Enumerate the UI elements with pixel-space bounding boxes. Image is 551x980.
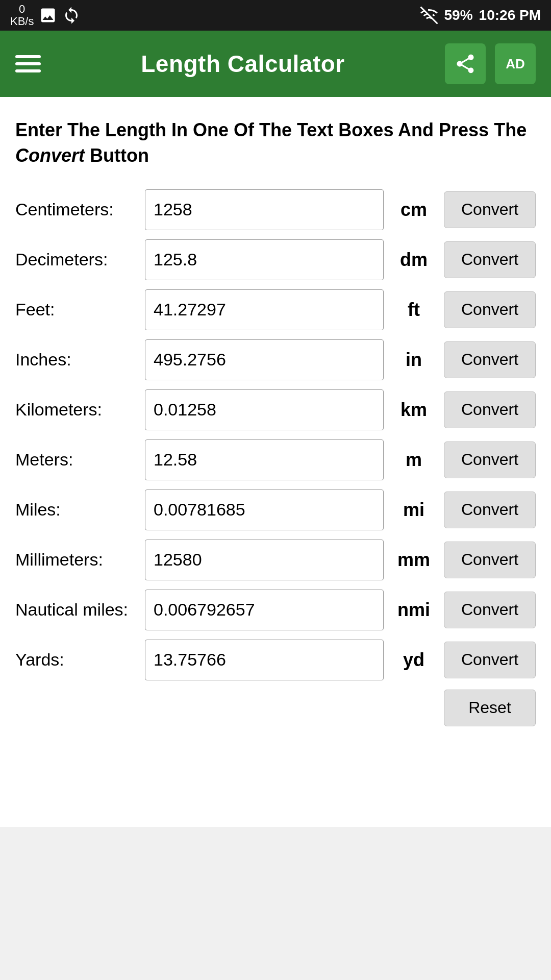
unit-input-dm[interactable] bbox=[145, 239, 384, 280]
status-kb: 0 KB/s bbox=[10, 3, 34, 28]
unit-input-m[interactable] bbox=[145, 439, 384, 480]
app-header: Length Calculator AD bbox=[0, 31, 551, 97]
unit-input-in[interactable] bbox=[145, 339, 384, 380]
unit-label-yd: Yards: bbox=[15, 650, 138, 670]
time-display: 10:26 PM bbox=[479, 7, 541, 23]
convert-button-cm[interactable]: Convert bbox=[444, 191, 536, 228]
bottom-space bbox=[0, 827, 551, 980]
convert-button-ft[interactable]: Convert bbox=[444, 291, 536, 328]
unit-symbol-nmi: nmi bbox=[391, 599, 437, 621]
battery-percent: 59% bbox=[444, 7, 473, 23]
convert-button-nmi[interactable]: Convert bbox=[444, 592, 536, 628]
conversion-row: Decimeters:dmConvert bbox=[15, 239, 536, 280]
header-action-buttons: AD bbox=[445, 43, 536, 84]
unit-input-yd[interactable] bbox=[145, 640, 384, 680]
unit-symbol-dm: dm bbox=[391, 249, 437, 271]
unit-input-cm[interactable] bbox=[145, 189, 384, 230]
unit-label-m: Meters: bbox=[15, 450, 138, 470]
menu-line-3 bbox=[15, 69, 41, 72]
menu-line-2 bbox=[15, 62, 41, 65]
unit-input-ft[interactable] bbox=[145, 289, 384, 330]
status-bar: 0 KB/s 59% 10:26 PM bbox=[0, 0, 551, 31]
share-button[interactable] bbox=[445, 43, 486, 84]
unit-label-in: Inches: bbox=[15, 350, 138, 370]
unit-input-mm[interactable] bbox=[145, 540, 384, 580]
kb-value: 0 bbox=[19, 3, 25, 15]
unit-label-km: Kilometers: bbox=[15, 400, 138, 420]
convert-button-dm[interactable]: Convert bbox=[444, 241, 536, 278]
convert-button-km[interactable]: Convert bbox=[444, 391, 536, 428]
conversion-row: Miles:miConvert bbox=[15, 489, 536, 530]
unit-input-km[interactable] bbox=[145, 389, 384, 430]
menu-button[interactable] bbox=[15, 55, 41, 72]
unit-label-mm: Millimeters: bbox=[15, 550, 138, 570]
convert-button-mi[interactable]: Convert bbox=[444, 492, 536, 528]
unit-label-ft: Feet: bbox=[15, 300, 138, 320]
unit-symbol-m: m bbox=[391, 449, 437, 471]
conversion-row: Yards:ydConvert bbox=[15, 640, 536, 680]
unit-symbol-ft: ft bbox=[391, 299, 437, 321]
conversion-row: Nautical miles:nmiConvert bbox=[15, 590, 536, 630]
unit-label-dm: Decimeters: bbox=[15, 250, 138, 270]
status-right: 59% 10:26 PM bbox=[420, 6, 541, 24]
unit-label-mi: Miles: bbox=[15, 500, 138, 520]
unit-symbol-cm: cm bbox=[391, 199, 437, 220]
ad-button[interactable]: AD bbox=[495, 43, 536, 84]
conversion-row: Meters:mConvert bbox=[15, 439, 536, 480]
reset-row: Reset bbox=[15, 690, 536, 726]
main-content: Enter The Length In One Of The Text Boxe… bbox=[0, 97, 551, 827]
conversion-row: Kilometers:kmConvert bbox=[15, 389, 536, 430]
app-title: Length Calculator bbox=[141, 50, 345, 78]
unit-symbol-km: km bbox=[391, 399, 437, 421]
menu-line-1 bbox=[15, 55, 41, 58]
unit-symbol-yd: yd bbox=[391, 649, 437, 671]
conversion-row: Feet:ftConvert bbox=[15, 289, 536, 330]
conversion-row: Centimeters:cmConvert bbox=[15, 189, 536, 230]
convert-button-in[interactable]: Convert bbox=[444, 341, 536, 378]
convert-button-yd[interactable]: Convert bbox=[444, 642, 536, 678]
status-left: 0 KB/s bbox=[10, 3, 81, 28]
unit-symbol-mm: mm bbox=[391, 549, 437, 571]
unit-label-nmi: Nautical miles: bbox=[15, 600, 138, 620]
instruction-italic: Convert bbox=[15, 145, 85, 166]
unit-input-nmi[interactable] bbox=[145, 590, 384, 630]
unit-symbol-mi: mi bbox=[391, 499, 437, 521]
instruction-text: Enter The Length In One Of The Text Boxe… bbox=[15, 117, 536, 169]
signal-icon bbox=[420, 6, 438, 24]
conversion-table: Centimeters:cmConvertDecimeters:dmConver… bbox=[15, 189, 536, 680]
sync-icon bbox=[62, 6, 81, 24]
unit-label-cm: Centimeters: bbox=[15, 200, 138, 219]
share-icon bbox=[454, 53, 477, 75]
kb-label: KB/s bbox=[10, 15, 34, 28]
conversion-row: Inches:inConvert bbox=[15, 339, 536, 380]
unit-symbol-in: in bbox=[391, 349, 437, 371]
image-icon bbox=[39, 6, 57, 24]
ad-label: AD bbox=[506, 56, 525, 72]
reset-button[interactable]: Reset bbox=[444, 690, 536, 726]
unit-input-mi[interactable] bbox=[145, 489, 384, 530]
convert-button-m[interactable]: Convert bbox=[444, 442, 536, 478]
conversion-row: Millimeters:mmConvert bbox=[15, 540, 536, 580]
convert-button-mm[interactable]: Convert bbox=[444, 542, 536, 578]
